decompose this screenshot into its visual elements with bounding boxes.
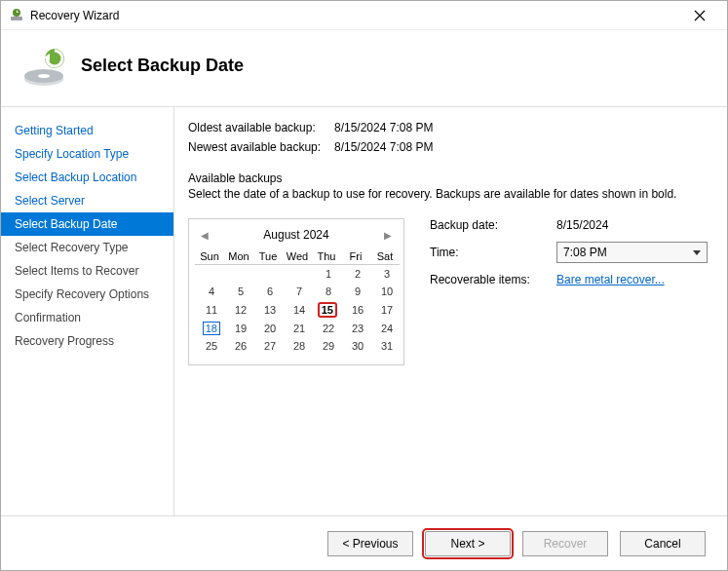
recovery-icon: [20, 42, 67, 89]
calendar-day: [253, 265, 283, 283]
svg-point-4: [38, 74, 50, 78]
calendar-day[interactable]: 11: [195, 300, 224, 320]
calendar-day[interactable]: 6: [253, 283, 283, 300]
calendar-day[interactable]: 9: [341, 283, 370, 300]
close-button[interactable]: [680, 2, 719, 29]
calendar-day[interactable]: 30: [341, 337, 370, 355]
calendar-dow-header: Thu: [312, 248, 341, 265]
backup-date-value: 8/15/2024: [556, 218, 708, 232]
calendar-dow-header: Fri: [341, 248, 370, 265]
wizard-body: Getting Started Specify Location Type Se…: [1, 106, 727, 515]
calendar-day[interactable]: 29: [312, 337, 341, 355]
calendar-header: ◀ August 2024 ▶: [195, 223, 398, 248]
oldest-backup-value: 8/15/2024 7:08 PM: [334, 121, 433, 134]
calendar-dow-header: Sat: [370, 248, 400, 265]
calendar-day[interactable]: 5: [224, 283, 253, 300]
step-specify-location-type[interactable]: Specify Location Type: [1, 142, 173, 166]
wizard-header: Select Backup Date: [1, 30, 727, 106]
calendar-day[interactable]: 26: [224, 337, 253, 355]
calendar-day[interactable]: 17: [370, 300, 400, 320]
next-button[interactable]: Next >: [425, 531, 511, 556]
calendar-day[interactable]: 4: [195, 283, 224, 300]
calendar-day[interactable]: 8: [312, 283, 341, 300]
time-label: Time:: [430, 246, 556, 259]
available-backups-desc: Select the date of a backup to use for r…: [188, 187, 708, 201]
time-dropdown-value: 7:08 PM: [563, 246, 607, 259]
app-icon: [9, 8, 24, 23]
oldest-backup-label: Oldest available backup:: [188, 121, 334, 134]
previous-button[interactable]: < Previous: [327, 531, 413, 556]
calendar-day[interactable]: 19: [224, 320, 253, 337]
calendar-day[interactable]: 20: [253, 320, 283, 337]
newest-backup-label: Newest available backup:: [188, 140, 334, 154]
titlebar: Recovery Wizard: [1, 1, 727, 30]
newest-backup-row: Newest available backup: 8/15/2024 7:08 …: [188, 140, 708, 154]
calendar-next-month[interactable]: ▶: [380, 227, 396, 243]
recover-button: Recover: [522, 531, 608, 556]
step-select-backup-date[interactable]: Select Backup Date: [1, 212, 173, 236]
cancel-button[interactable]: Cancel: [620, 531, 706, 556]
calendar-day[interactable]: 22: [312, 320, 341, 337]
calendar-dow-header: Sun: [195, 248, 224, 265]
step-select-server[interactable]: Select Server: [1, 189, 173, 212]
step-select-items-to-recover: Select Items to Recover: [1, 259, 173, 283]
step-getting-started[interactable]: Getting Started: [1, 119, 173, 142]
recoverable-items-label: Recoverable items:: [430, 273, 556, 286]
backup-details: Backup date: 8/15/2024 Time: 7:08 PM Rec…: [430, 218, 708, 296]
window-title: Recovery Wizard: [30, 9, 680, 22]
recoverable-items-link[interactable]: Bare metal recover...: [556, 273, 708, 286]
calendar-day[interactable]: 1: [312, 265, 341, 283]
calendar-day: [195, 265, 224, 283]
recovery-wizard-window: Recovery Wizard Select Backup Date Getti…: [0, 0, 728, 571]
main-panel: Oldest available backup: 8/15/2024 7:08 …: [173, 107, 727, 515]
calendar-day: [224, 265, 253, 283]
calendar-day[interactable]: 18: [195, 320, 224, 337]
backup-calendar: ◀ August 2024 ▶ SunMonTueWedThuFriSat 12…: [188, 218, 404, 365]
calendar-day[interactable]: 31: [370, 337, 400, 355]
backup-date-label: Backup date:: [430, 218, 556, 232]
time-dropdown[interactable]: 7:08 PM: [556, 242, 708, 263]
calendar-day[interactable]: 25: [195, 337, 224, 355]
calendar-day[interactable]: 7: [283, 283, 312, 300]
backup-selection-row: ◀ August 2024 ▶ SunMonTueWedThuFriSat 12…: [188, 218, 708, 365]
calendar-day: [283, 265, 312, 283]
calendar-day[interactable]: 2: [341, 265, 370, 283]
calendar-month-label: August 2024: [263, 228, 328, 242]
page-title: Select Backup Date: [81, 56, 244, 76]
calendar-day[interactable]: 15: [312, 300, 341, 320]
calendar-dow-header: Wed: [283, 248, 312, 265]
calendar-day[interactable]: 28: [283, 337, 312, 355]
calendar-day[interactable]: 14: [283, 300, 312, 320]
calendar-day[interactable]: 27: [253, 337, 283, 355]
step-select-backup-location[interactable]: Select Backup Location: [1, 166, 173, 189]
calendar-day[interactable]: 21: [283, 320, 312, 337]
wizard-steps-sidebar: Getting Started Specify Location Type Se…: [1, 107, 173, 515]
wizard-footer: < Previous Next > Recover Cancel: [1, 515, 727, 570]
calendar-grid: SunMonTueWedThuFriSat 123456789101112131…: [195, 248, 400, 355]
available-backups-heading: Available backups: [188, 171, 708, 185]
calendar-day[interactable]: 13: [253, 300, 283, 320]
calendar-day[interactable]: 3: [370, 265, 400, 283]
step-select-recovery-type: Select Recovery Type: [1, 236, 173, 259]
calendar-prev-month[interactable]: ◀: [197, 227, 212, 243]
calendar-day[interactable]: 23: [341, 320, 370, 337]
calendar-dow-header: Mon: [224, 248, 253, 265]
step-confirmation: Confirmation: [1, 306, 173, 329]
calendar-dow-header: Tue: [253, 248, 283, 265]
svg-rect-1: [11, 17, 22, 20]
calendar-day[interactable]: 10: [370, 283, 400, 300]
calendar-day[interactable]: 24: [370, 320, 400, 337]
step-specify-recovery-options: Specify Recovery Options: [1, 283, 173, 306]
calendar-day[interactable]: 16: [341, 300, 370, 320]
oldest-backup-row: Oldest available backup: 8/15/2024 7:08 …: [188, 121, 708, 134]
step-recovery-progress: Recovery Progress: [1, 329, 173, 353]
newest-backup-value: 8/15/2024 7:08 PM: [334, 140, 433, 154]
calendar-day[interactable]: 12: [224, 300, 253, 320]
